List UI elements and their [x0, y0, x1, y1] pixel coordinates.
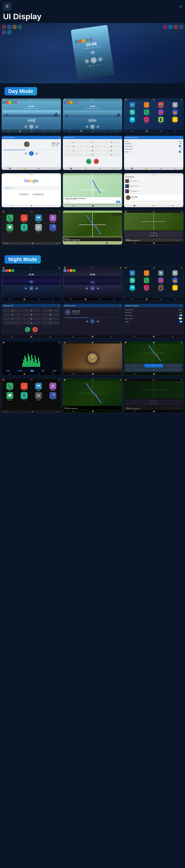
app-item[interactable]: 🚗Car [154, 110, 168, 116]
dial-7[interactable]: 7 [64, 149, 83, 152]
day-controls-1[interactable]: ⏮ ⏸ ⏭ [2, 124, 61, 129]
prev-btn-1[interactable]: ⏮ [24, 125, 28, 128]
night-cp-podcast[interactable]: 🎙 Podcasts [46, 383, 59, 391]
nav-up-right[interactable]: ↗ [163, 364, 182, 367]
night-np-prev[interactable]: ⏮ [150, 403, 151, 405]
dial-star[interactable]: * [64, 153, 83, 156]
call-end-btn[interactable]: 📵 [94, 159, 99, 164]
cp-phone[interactable]: 📞 Phone [3, 215, 17, 223]
google-buttons[interactable]: Google Search I'm Feeling Lucky [2, 191, 61, 197]
night-dial-0[interactable]: 0 [22, 321, 41, 324]
night-bt-next[interactable]: ⏭ [96, 319, 100, 323]
night-app-item[interactable]: ⚙Set [168, 270, 182, 277]
google-search-btn[interactable]: Google Search [18, 193, 30, 196]
night-dial-9[interactable]: 9 [41, 317, 59, 320]
bt-settings-back[interactable]: ✕ [181, 137, 182, 138]
night-bt-play[interactable]: ⏸ [90, 319, 95, 323]
night-cp-settings[interactable]: ⚙ Settings [32, 392, 45, 400]
eq-preset-3[interactable]: FLAT [30, 370, 34, 372]
app-item[interactable]: ⭐Fav [168, 117, 182, 123]
bt-next-btn[interactable]: ⏭ [35, 152, 38, 155]
dial-8[interactable]: 8 [83, 149, 102, 152]
cp-music[interactable]: ♪ Music [18, 215, 31, 223]
night-app-item[interactable]: ⭐Fav [168, 285, 182, 292]
app-item[interactable]: ⚙Set [168, 102, 182, 109]
eq-preset-4[interactable]: POP [41, 370, 45, 372]
google-search-bar[interactable]: 🔍 Search [3, 186, 59, 190]
eq-preset-1[interactable]: BASS [6, 370, 10, 372]
night-call-accept[interactable]: 📞 [25, 327, 30, 332]
night-bt-call-close[interactable]: ✕ [58, 305, 59, 307]
prev-btn-2[interactable]: ⏮ [85, 125, 89, 128]
cp-maps[interactable]: 🗺 Maps [32, 215, 45, 223]
call-action-btns[interactable]: 📞 📵 [63, 158, 122, 165]
night-dialpad[interactable]: 1 2 3 4 5 6 7 8 9 * 0 # [2, 307, 61, 326]
np-mini-controls[interactable]: ⏮ ▶ ⏭ [126, 234, 181, 237]
night-app-item[interactable]: 📡BT [126, 278, 139, 284]
nav-center[interactable]: ⊙ [144, 368, 163, 371]
night-bt-settings-close[interactable]: ✕ [181, 305, 182, 307]
night-dial-2[interactable]: 2 [22, 309, 41, 312]
dial-0[interactable]: 0 [83, 153, 102, 156]
night-dial-8[interactable]: 8 [22, 317, 41, 320]
night-app-item[interactable]: 🗺Maps [126, 285, 139, 292]
np-next[interactable]: ⏭ [180, 197, 181, 198]
dial-4[interactable]: 4 [64, 145, 83, 148]
bt-prev-btn[interactable]: ⏮ [24, 152, 28, 155]
dial-9[interactable]: 9 [102, 149, 121, 152]
night-controls-1[interactable]: ⏮ ⏸ ⏭ [2, 286, 61, 290]
app-item[interactable]: ✈Nav [126, 102, 139, 109]
night-nav-arrows[interactable]: ↖ ↑ ↗ ← ⊙ → [125, 363, 183, 372]
night-app-item[interactable]: ✈Nav [126, 270, 139, 277]
dial-5[interactable]: 5 [83, 145, 102, 148]
logo-icon[interactable]: ☰ [3, 2, 11, 10]
bt-call-back[interactable]: ✕ [119, 137, 121, 138]
night-cp-siri[interactable]: 🎤 Siri [46, 392, 59, 400]
night-dial-hash[interactable]: # [41, 321, 59, 324]
nav-up-left[interactable]: ↖ [126, 364, 144, 367]
night-dial-1[interactable]: 1 [3, 309, 22, 312]
bt-auto-answer-toggle[interactable] [179, 145, 182, 147]
google-lucky-btn[interactable]: I'm Feeling Lucky [31, 193, 45, 196]
song-item-1[interactable]: 华年_正式版.mp3 [124, 179, 183, 184]
bt-play-btn[interactable]: ⏸ [29, 151, 34, 156]
nav-up[interactable]: ↑ [144, 364, 163, 367]
bt-back-icon[interactable]: ✕ [58, 137, 59, 138]
eq-controls-row[interactable]: BASS TREBLE FLAT POP ROCK [2, 369, 61, 373]
app-item[interactable]: 📞Call [140, 110, 154, 116]
play-btn-1[interactable]: ⏸ [29, 124, 34, 129]
night-prev-1[interactable]: ⏮ [24, 286, 28, 290]
eq-preset-2[interactable]: TREBLE [18, 370, 23, 372]
night-app-item[interactable]: 📡BT [154, 270, 168, 277]
night-dial-3[interactable]: 3 [41, 309, 59, 312]
night-app-item[interactable]: ♪Music [140, 270, 154, 277]
np-mini-prev[interactable]: ⏮ [150, 234, 151, 237]
app-item[interactable]: 🗺Maps [126, 117, 139, 123]
cp-settings[interactable]: ⚙ Settings [32, 224, 45, 232]
app-item[interactable]: 📱Phone [154, 117, 168, 123]
night-dial-star[interactable]: * [3, 321, 22, 324]
app-item[interactable]: 📡BT [126, 110, 139, 116]
night-call-btns[interactable]: 📞 📵 [2, 326, 61, 333]
menu-icon[interactable]: ≡ [180, 4, 182, 9]
app-item[interactable]: 📷Cam [154, 102, 168, 109]
bt-music-controls[interactable]: ⏮ ⏸ ⏭ [2, 151, 61, 156]
night-bt-music-controls[interactable]: ⏮ ⏸ ⏭ [63, 319, 122, 323]
dial-3[interactable]: 3 [102, 141, 121, 144]
night-power-toggle[interactable] [179, 321, 182, 322]
night-np-play[interactable]: ▶ [153, 403, 154, 405]
night-auto-connect-toggle[interactable] [179, 317, 182, 319]
night-np-next[interactable]: ⏭ [156, 403, 158, 405]
night-app-item[interactable]: 📞Call [140, 278, 154, 284]
night-bt-music-close[interactable]: ✕ [119, 305, 121, 307]
night-call-end[interactable]: 📵 [32, 327, 38, 332]
np-play[interactable]: ⏸ [178, 197, 179, 198]
night-dial-6[interactable]: 6 [41, 313, 59, 316]
night-play-1[interactable]: ⏸ [29, 286, 34, 290]
night-cp-phone[interactable]: 📞 Phone [3, 383, 17, 391]
night-next-2[interactable]: ⏭ [96, 286, 100, 290]
cp-waze[interactable]: 🚦 Waze [18, 224, 31, 232]
cp-siri[interactable]: 🎤 Siri [46, 224, 59, 232]
night-prev-2[interactable]: ⏮ [85, 286, 89, 290]
day-controls-2[interactable]: ⏮ ⏸ ⏭ [63, 124, 122, 129]
